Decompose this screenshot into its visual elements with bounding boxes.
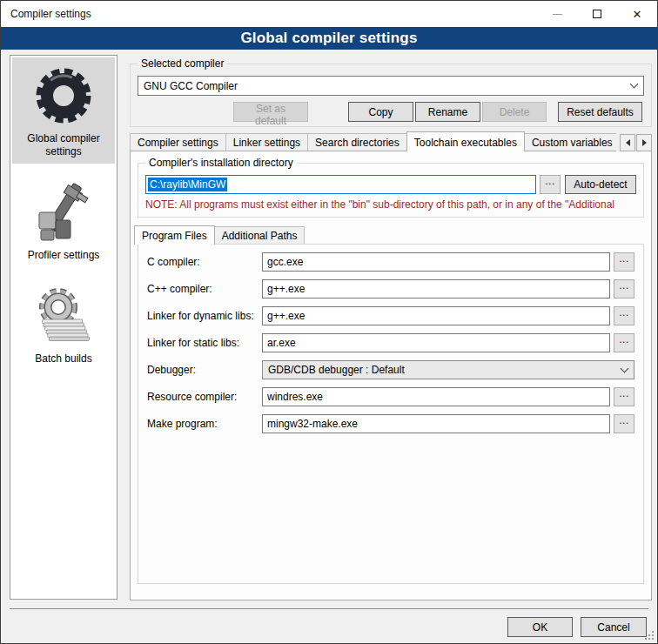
sidebar-item-global-compiler-settings[interactable]: Global compiler settings xyxy=(12,57,115,164)
debugger-select-value: GDB/CDB debugger : Default xyxy=(268,364,405,376)
tab-scroll-buttons xyxy=(616,133,652,151)
compiler-select[interactable]: GNU GCC Compiler xyxy=(138,76,644,96)
header-bar: Global compiler settings xyxy=(1,27,657,50)
field-label: C compiler: xyxy=(147,256,262,268)
sub-tab-strip: Program Files Additional Paths xyxy=(134,225,651,245)
install-dir-browse-button[interactable]: ... xyxy=(540,175,561,194)
dialog-window: Compiler settings ✕ Global compiler sett… xyxy=(0,0,658,644)
form-row-c-compiler: C compiler: ... xyxy=(147,252,634,272)
window-title: Compiler settings xyxy=(10,8,91,20)
tab-label: Additional Paths xyxy=(222,230,298,242)
tab-scroll-right-button[interactable] xyxy=(636,134,652,151)
install-dir-group-label: Compiler's installation directory xyxy=(145,157,297,169)
settings-category-list: Global compiler settings Profiler settin… xyxy=(10,55,118,600)
main-tab-strip: Compiler settings Linker settings Search… xyxy=(130,131,652,151)
c-compiler-browse-button[interactable]: ... xyxy=(614,279,634,299)
install-dir-value: C:\raylib\MinGW xyxy=(148,178,227,191)
minimize-icon xyxy=(553,14,562,15)
linker-for-static-libs-input[interactable] xyxy=(262,333,610,352)
content-column: Selected compiler GNU GCC Compiler Set a… xyxy=(130,55,652,600)
program-files-panel: C compiler: ... C++ compiler: ... Linker… xyxy=(138,244,644,584)
blue-gear-icon xyxy=(32,64,95,127)
subtab-additional-paths[interactable]: Additional Paths xyxy=(214,226,306,245)
chevron-down-icon xyxy=(630,80,639,89)
resize-grip[interactable] xyxy=(643,629,655,641)
field-label: Resource compiler: xyxy=(147,391,262,403)
sidebar-item-label: Batch builds xyxy=(35,352,91,366)
gear-stack-icon xyxy=(32,285,95,347)
form-row-debugger: Debugger: GDB/CDB debugger : Default xyxy=(147,360,634,379)
tab-scroll-left-button[interactable] xyxy=(620,134,635,151)
field-label: Linker for dynamic libs: xyxy=(147,310,262,322)
resource-compiler-browse-button[interactable]: ... xyxy=(614,387,634,406)
reset-defaults-button[interactable]: Reset defaults xyxy=(558,102,642,122)
install-dir-note: NOTE: All programs must exist either in … xyxy=(145,198,636,211)
linker-for-dynamic-libs-input[interactable] xyxy=(262,306,610,325)
selected-compiler-group-label: Selected compiler xyxy=(138,57,227,70)
tab-linker-settings[interactable]: Linker settings xyxy=(225,133,308,151)
sidebar-item-label: Global compiler settings xyxy=(14,132,113,158)
compiler-select-value: GNU GCC Compiler xyxy=(144,80,238,92)
tab-label: Search directories xyxy=(315,137,400,149)
close-button[interactable]: ✕ xyxy=(617,1,657,27)
tab-label: Linker settings xyxy=(233,137,300,149)
tab-label: Toolchain executables xyxy=(414,137,517,149)
resource-compiler-input[interactable] xyxy=(262,387,610,406)
caliper-icon xyxy=(32,181,95,244)
auto-detect-button[interactable]: Auto-detect xyxy=(565,175,636,194)
selected-compiler-group: Selected compiler GNU GCC Compiler Set a… xyxy=(130,64,652,127)
toolchain-executables-panel: Compiler's installation directory C:\ray… xyxy=(130,151,652,600)
field-label: Linker for static libs: xyxy=(147,337,262,349)
tab-search-directories[interactable]: Search directories xyxy=(307,133,407,151)
c-compiler-browse-button[interactable]: ... xyxy=(614,252,634,272)
icon-slot xyxy=(32,64,95,127)
sidebar-item-label: Profiler settings xyxy=(28,249,100,262)
install-dir-row: C:\raylib\MinGW ... Auto-detect xyxy=(145,175,636,194)
cancel-button[interactable]: Cancel xyxy=(581,617,647,637)
compiler-button-row: Set as defaultCopyRenameDeleteReset defa… xyxy=(131,102,642,122)
tab-label: Custom variables xyxy=(532,137,613,149)
form-row-linker-for-dynamic-libs: Linker for dynamic libs: ... xyxy=(147,306,634,325)
close-icon: ✕ xyxy=(633,9,642,20)
make-program-browse-button[interactable]: ... xyxy=(614,414,634,433)
dialog-body: Global compiler settings Profiler settin… xyxy=(1,50,657,643)
install-dir-input[interactable]: C:\raylib\MinGW xyxy=(145,175,536,194)
tab-label: Program Files xyxy=(142,230,207,242)
icon-slot xyxy=(32,181,95,244)
make-program-input[interactable] xyxy=(262,414,610,433)
tab-label: Compiler settings xyxy=(138,137,218,149)
tab-compiler-settings[interactable]: Compiler settings xyxy=(130,133,226,151)
copy-button[interactable]: Copy xyxy=(348,102,413,122)
sidebar-item-batch-builds[interactable]: Batch builds xyxy=(12,278,115,371)
caption-buttons: ✕ xyxy=(537,1,657,27)
form-row-c-compiler: C++ compiler: ... xyxy=(147,279,634,299)
subtab-program-files[interactable]: Program Files xyxy=(134,225,215,245)
field-label: Make program: xyxy=(147,418,262,430)
sidebar-item-profiler-settings[interactable]: Profiler settings xyxy=(12,174,115,267)
arrow-right-icon xyxy=(642,139,650,146)
debugger-select[interactable]: GDB/CDB debugger : Default xyxy=(262,360,634,379)
c-compiler-input[interactable] xyxy=(262,252,610,272)
minimize-button[interactable] xyxy=(537,1,577,27)
form-row-make-program: Make program: ... xyxy=(147,414,634,433)
ok-button[interactable]: OK xyxy=(507,617,573,637)
linker-for-dynamic-libs-browse-button[interactable]: ... xyxy=(614,306,634,325)
delete-button[interactable]: Delete xyxy=(482,102,547,122)
tab-custom-variables[interactable]: Custom variables xyxy=(524,133,621,151)
icon-slot xyxy=(32,285,95,347)
chevron-down-icon xyxy=(621,364,629,372)
c-compiler-input[interactable] xyxy=(262,279,610,299)
field-label: Debugger: xyxy=(147,364,262,376)
linker-for-static-libs-browse-button[interactable]: ... xyxy=(614,333,634,352)
install-dir-group: Compiler's installation directory C:\ray… xyxy=(138,163,644,218)
rename-button[interactable]: Rename xyxy=(415,102,480,122)
set-as-default-button[interactable]: Set as default xyxy=(233,102,308,122)
field-label: C++ compiler: xyxy=(147,283,262,295)
page-title: Global compiler settings xyxy=(240,30,417,47)
title-bar: Compiler settings ✕ xyxy=(1,1,657,27)
form-row-resource-compiler: Resource compiler: ... xyxy=(147,387,634,406)
arrow-left-icon xyxy=(622,139,630,146)
footer-separator xyxy=(10,608,648,609)
maximize-button[interactable] xyxy=(577,1,617,27)
tab-toolchain-executables[interactable]: Toolchain executables xyxy=(406,131,525,151)
